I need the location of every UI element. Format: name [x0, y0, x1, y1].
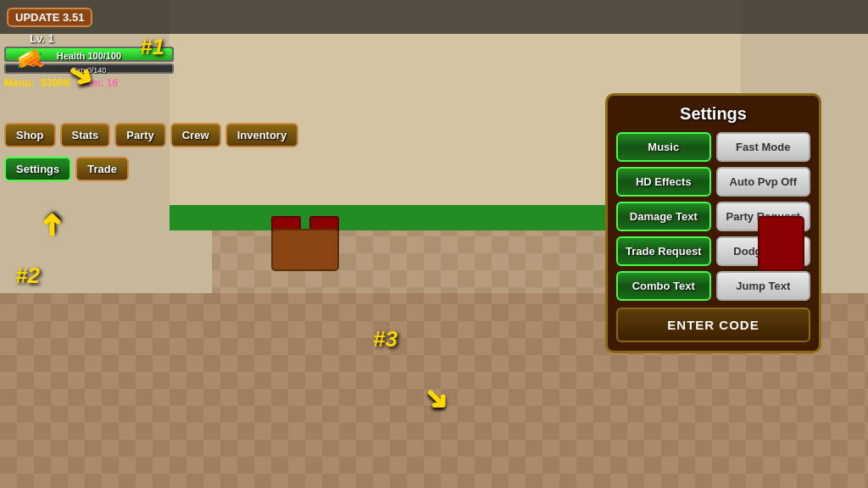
weapon-icon: 🔫	[10, 42, 50, 80]
arrow-2: ➜	[33, 213, 69, 238]
table	[271, 229, 339, 271]
trade-button[interactable]: Trade	[75, 157, 129, 181]
inventory-button[interactable]: Inventory	[225, 123, 299, 147]
annotation-3: #3	[373, 326, 398, 352]
currency-row: Menu: $300K Gem: 16	[4, 77, 191, 89]
trade-request-button[interactable]: Trade Request	[616, 236, 711, 266]
crew-button[interactable]: Crew	[170, 123, 221, 147]
annotation-1: #1	[140, 34, 164, 60]
weapon-area: 🔫	[4, 47, 55, 76]
nav-buttons-row2: Settings Trade	[4, 157, 129, 181]
menu-label: Menu:	[4, 77, 34, 89]
hd-effects-button[interactable]: HD Effects	[616, 167, 711, 197]
combo-text-button[interactable]: Combo Text	[616, 271, 711, 301]
settings-title: Settings	[616, 104, 810, 124]
settings-button[interactable]: Settings	[4, 157, 71, 181]
music-button[interactable]: Music	[616, 132, 711, 162]
level-display: Lv. 1	[30, 32, 191, 45]
jump-text-button[interactable]: Jump Text	[716, 271, 811, 301]
update-badge: UPDATE 3.51	[7, 8, 92, 27]
top-bar: UPDATE 3.51	[0, 0, 868, 34]
auto-pvp-button[interactable]: Auto Pvp Off	[716, 167, 811, 197]
annotation-2: #2	[15, 263, 40, 289]
nav-buttons-row1: Shop Stats Party Crew Inventory	[4, 123, 420, 147]
party-button[interactable]: Party	[114, 123, 166, 147]
enter-code-button[interactable]: ENTER CODE	[616, 308, 810, 342]
fast-mode-button[interactable]: Fast Mode	[716, 132, 811, 162]
damage-text-button[interactable]: Damage Text	[616, 202, 711, 231]
shop-button[interactable]: Shop	[4, 123, 56, 147]
table-area	[271, 229, 339, 271]
stats-button[interactable]: Stats	[60, 123, 111, 147]
chair-far-right	[758, 216, 804, 271]
